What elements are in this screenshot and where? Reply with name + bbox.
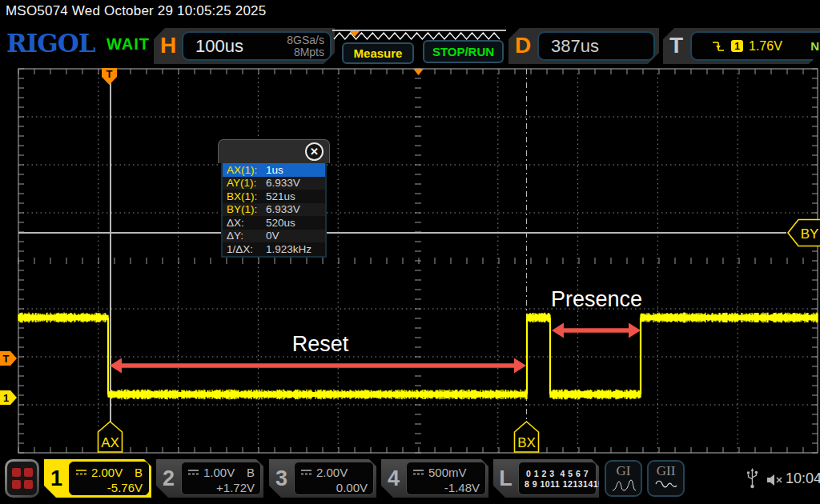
readout-row-ax: AX(1): 1us — [223, 163, 325, 177]
trigger-level-letter: T — [3, 353, 10, 365]
logic-analyzer-button[interactable]: L 0 1 2 3 4 5 6 7 8 9 1011 12131415 — [493, 459, 599, 498]
trigger-level: 1.76V — [749, 39, 782, 54]
readout-value: 520us — [266, 217, 295, 229]
presence-duration-arrow — [552, 323, 641, 338]
sine-wave-icon — [654, 479, 678, 490]
channel1-button[interactable]: 1 2.00V B -5.76V — [44, 459, 151, 498]
channel4-button[interactable]: 4 500mV -1.48V — [381, 459, 488, 498]
reset-annotation: Reset — [264, 332, 376, 357]
readout-value: 0V — [266, 230, 279, 242]
trigger-settings[interactable]: T 1 1.76V N — [663, 28, 820, 64]
readout-row-bx: BX(1): 521us — [223, 190, 325, 203]
svg-text:BY: BY — [801, 226, 819, 242]
timebase-box[interactable]: 100us 8GSa/s 8Mpts — [182, 31, 332, 61]
generator1-button[interactable]: GI — [605, 460, 642, 497]
horizontal-settings[interactable]: H 100us 8GSa/s 8Mpts — [154, 28, 335, 64]
channel3-offset: 0.00V — [300, 480, 368, 496]
title-bar: MSO5074 Wed October 29 10:05:25 2025 — [0, 0, 820, 24]
readout-value: 521us — [266, 190, 295, 202]
channel2-number: 2 — [156, 459, 181, 498]
readout-value: 6.933V — [266, 203, 300, 215]
readout-value: 6.933V — [266, 177, 300, 189]
menu-button[interactable] — [5, 459, 39, 498]
generator2-label: GII — [657, 463, 676, 479]
channel2-button[interactable]: 2 1.00V B +1.72V — [156, 459, 263, 498]
rigol-logo: RIGOL — [6, 29, 95, 58]
trigger-prefix: T — [669, 33, 683, 58]
trigger-box[interactable]: 1 1.76V N — [690, 31, 820, 61]
close-icon[interactable]: ✕ — [305, 142, 324, 161]
channel2-bw-limit: B — [247, 466, 255, 479]
readout-row-by: BY(1): 6.933V — [223, 203, 325, 217]
channel1-waveform — [0, 66, 820, 456]
clock: 10:04 — [786, 470, 820, 487]
channel1-scale: 2.00V — [91, 466, 123, 479]
readout-value: 1.923kHz — [266, 243, 312, 255]
cursor-by-tag[interactable]: BY — [786, 218, 820, 247]
readout-label: ΔX: — [227, 217, 266, 229]
menu-grid-icon — [7, 462, 37, 495]
channel4-number: 4 — [381, 459, 406, 498]
header-bar: RIGOL WAIT H 100us 8GSa/s 8Mpts Measure … — [0, 24, 820, 66]
sample-rate: 8GSa/s — [287, 34, 324, 46]
reset-duration-arrow — [110, 358, 526, 374]
generator2-button[interactable]: GII — [647, 460, 685, 497]
delay-box[interactable]: 387us — [537, 31, 655, 61]
trigger-source-badge: 1 — [731, 40, 743, 52]
timebase-value: 100us — [183, 36, 243, 57]
stop-run-button-label: STOP/RUN — [432, 45, 494, 58]
delay-value: 387us — [539, 36, 599, 57]
dc-coupling-icon — [300, 469, 312, 476]
logic-analyzer-letter: L — [493, 459, 518, 498]
measure-button[interactable]: Measure — [342, 42, 414, 64]
channel4-offset: -1.48V — [412, 480, 480, 496]
logic-channels-info: 0 1 2 3 4 5 6 7 8 9 1011 12131415 — [518, 462, 597, 495]
channel3-info: 2.00V 0.00V — [294, 462, 374, 495]
channel1-number: 1 — [44, 459, 69, 498]
logic-digits-row1: 0 1 2 3 4 5 6 7 — [525, 469, 590, 479]
readout-row-ay: AY(1): 6.933V — [223, 177, 325, 190]
readout-label: AX(1): — [227, 164, 266, 176]
channel1-marker-digit: 1 — [3, 392, 9, 404]
channel2-info: 1.00V B +1.72V — [181, 462, 261, 495]
measure-button-label: Measure — [354, 46, 403, 60]
oscilloscope-screen: MSO5074 Wed October 29 10:05:25 2025 RIG… — [0, 0, 820, 504]
popup-body: AX(1): 1us AY(1): 6.933V BX(1): 521us BY… — [221, 163, 327, 258]
cursor-bx-tag[interactable]: BX — [513, 421, 540, 453]
svg-text:AX: AX — [101, 435, 119, 450]
readout-value: 1us — [266, 164, 283, 176]
channel2-offset: +1.72V — [187, 480, 255, 496]
channel3-button[interactable]: 3 2.00V 0.00V — [269, 459, 376, 498]
logic-digits-row2: 8 9 1011 12131415 — [525, 479, 590, 490]
bottom-status-bar: 1 2.00V B -5.76V 2 1.00V — [0, 456, 820, 504]
cursor-readout-popup[interactable]: ✕ AX(1): 1us AY(1): 6.933V BX(1): 521us … — [218, 139, 330, 258]
svg-text:BX: BX — [517, 435, 536, 450]
channel3-scale: 2.00V — [316, 466, 348, 479]
generator1-label: GI — [617, 463, 631, 479]
readout-label: BX(1): — [227, 190, 266, 202]
memory-depth: 8Mpts — [287, 46, 324, 58]
model-and-datetime: MSO5074 Wed October 29 10:05:25 2025 — [6, 3, 266, 18]
readout-row-dx: ΔX: 520us — [223, 216, 325, 230]
acquisition-status: WAIT — [107, 35, 150, 54]
delay-settings[interactable]: D 387us — [508, 28, 659, 64]
horizontal-prefix: H — [160, 33, 176, 58]
acquisition-rates: 8GSa/s 8Mpts — [287, 34, 330, 58]
dc-coupling-icon — [75, 469, 87, 476]
usb-icon — [746, 468, 758, 490]
channel4-info: 500mV -1.48V — [406, 462, 486, 495]
delay-prefix: D — [515, 33, 531, 58]
stop-run-button[interactable]: STOP/RUN — [423, 40, 504, 63]
readout-label: BY(1): — [227, 203, 266, 215]
channel4-scale: 500mV — [428, 466, 467, 479]
falling-edge-icon — [711, 40, 726, 53]
waveform-display-area[interactable]: T T 1 AX BX BY ✕ AX(1): — [0, 66, 820, 456]
channel1-info: 2.00V B -5.76V — [69, 462, 149, 495]
readout-label: ΔY: — [227, 230, 266, 242]
dc-coupling-icon — [187, 469, 199, 476]
cursor-ax-tag[interactable]: AX — [97, 421, 123, 453]
readout-label: AY(1): — [227, 177, 266, 189]
trigger-mode: N — [810, 39, 820, 53]
popup-header[interactable]: ✕ — [218, 139, 330, 163]
readout-row-inv-dx: 1/ΔX: 1.923kHz — [223, 242, 325, 256]
